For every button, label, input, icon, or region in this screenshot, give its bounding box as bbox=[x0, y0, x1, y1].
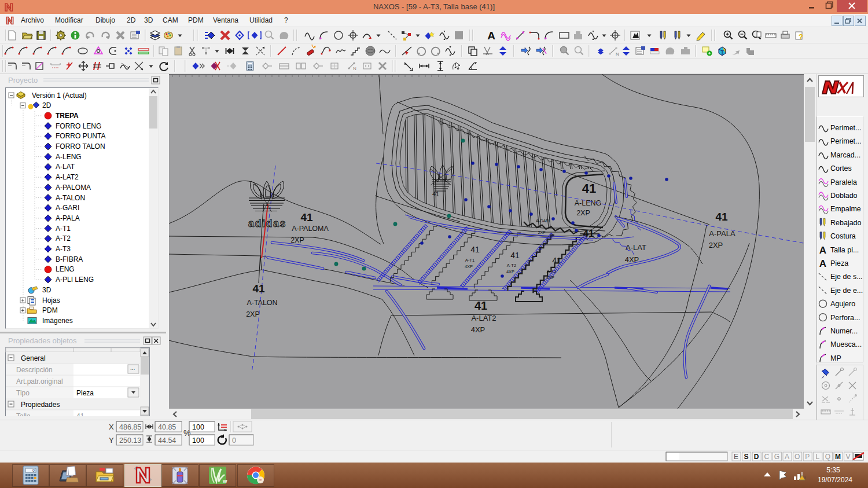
svg-text:A-GARI: A-GARI bbox=[56, 204, 79, 212]
svg-text:Talla: Talla bbox=[16, 412, 31, 417]
svg-text:LENG: LENG bbox=[56, 265, 75, 273]
svg-text:Costura: Costura bbox=[830, 232, 856, 240]
svg-text:41: 41 bbox=[582, 181, 596, 196]
svg-text:2XP: 2XP bbox=[290, 236, 304, 244]
svg-text:Muesca...: Muesca... bbox=[830, 340, 862, 348]
svg-text:41: 41 bbox=[76, 412, 84, 417]
svg-text:100: 100 bbox=[192, 423, 204, 431]
svg-text:4XP: 4XP bbox=[465, 264, 473, 269]
svg-text:D: D bbox=[754, 453, 759, 461]
svg-text:486.85: 486.85 bbox=[119, 423, 141, 431]
svg-text:A: A bbox=[819, 245, 826, 256]
svg-text:4XP: 4XP bbox=[471, 325, 486, 334]
svg-text:A-PALA: A-PALA bbox=[709, 229, 735, 238]
svg-text:Y: Y bbox=[109, 436, 114, 445]
svg-text:...: ... bbox=[130, 365, 135, 371]
svg-text:X: X bbox=[109, 423, 114, 431]
svg-text:O: O bbox=[795, 453, 800, 461]
svg-text:A: A bbox=[819, 258, 826, 269]
svg-text:41: 41 bbox=[510, 251, 520, 260]
svg-text:A-PLI LENG: A-PLI LENG bbox=[56, 276, 94, 284]
svg-text:S: S bbox=[744, 453, 749, 461]
svg-text:N: N bbox=[616, 52, 619, 57]
svg-text:Tipo: Tipo bbox=[16, 389, 30, 397]
svg-text:A-LAT2: A-LAT2 bbox=[56, 173, 79, 181]
svg-text:Versión 1 (Actual): Versión 1 (Actual) bbox=[32, 91, 87, 100]
svg-text:0: 0 bbox=[232, 436, 236, 445]
svg-text:A-TALON: A-TALON bbox=[56, 194, 85, 202]
svg-text:adidas: adidas bbox=[248, 218, 286, 229]
svg-text:A-GARI: A-GARI bbox=[536, 219, 550, 223]
svg-text:FORRO PUNTA: FORRO PUNTA bbox=[56, 132, 105, 140]
svg-text:M: M bbox=[835, 453, 841, 461]
svg-text:Rebajado: Rebajado bbox=[830, 219, 862, 227]
svg-text:Perfora...: Perfora... bbox=[830, 314, 860, 322]
svg-text:2XP: 2XP bbox=[246, 310, 260, 318]
svg-text:A-T3: A-T3 bbox=[547, 269, 556, 274]
svg-text:A-LAT: A-LAT bbox=[626, 243, 646, 252]
svg-text:2D: 2D bbox=[42, 101, 52, 109]
svg-text:Perimet...: Perimet... bbox=[830, 124, 862, 132]
svg-text:A-T2: A-T2 bbox=[507, 263, 516, 268]
svg-text:2XP: 2XP bbox=[538, 230, 546, 234]
svg-text:0: 0 bbox=[32, 468, 35, 472]
svg-text:Q: Q bbox=[825, 453, 830, 461]
svg-text:?: ? bbox=[799, 32, 803, 41]
svg-text:TREPA: TREPA bbox=[56, 112, 79, 120]
svg-text:41: 41 bbox=[715, 211, 728, 223]
svg-text:Imágenes: Imágenes bbox=[42, 317, 73, 325]
svg-text:Pieza: Pieza bbox=[76, 389, 94, 397]
svg-text:41: 41 bbox=[252, 282, 265, 295]
svg-text:4XP: 4XP bbox=[506, 269, 514, 274]
svg-text:41: 41 bbox=[475, 299, 487, 312]
svg-text:Art.patr.original: Art.patr.original bbox=[16, 377, 63, 386]
svg-text:250.13: 250.13 bbox=[119, 436, 141, 445]
svg-text:Eje de e...: Eje de e... bbox=[830, 287, 863, 295]
svg-text:Talla pi...: Talla pi... bbox=[830, 246, 859, 254]
svg-text:41: 41 bbox=[470, 245, 480, 254]
svg-text:44.54: 44.54 bbox=[158, 436, 176, 445]
svg-text:A-PALOMA: A-PALOMA bbox=[56, 184, 91, 192]
svg-text:Agujero: Agujero bbox=[830, 300, 855, 308]
svg-text:A-T2: A-T2 bbox=[56, 234, 71, 243]
svg-text:Numer...: Numer... bbox=[830, 327, 858, 335]
svg-text:Doblado: Doblado bbox=[830, 192, 858, 200]
svg-text:Empalme: Empalme bbox=[830, 205, 861, 213]
svg-text:!: ! bbox=[804, 476, 806, 480]
svg-text:A-TALON: A-TALON bbox=[247, 299, 277, 307]
svg-text:4XP: 4XP bbox=[546, 275, 554, 280]
svg-text:3D: 3D bbox=[42, 286, 52, 294]
svg-text:A-T3: A-T3 bbox=[56, 245, 71, 253]
svg-text:Marcad...: Marcad... bbox=[830, 151, 860, 159]
svg-text:A: A bbox=[487, 30, 495, 42]
svg-text:Descripción: Descripción bbox=[16, 366, 53, 374]
svg-text:100: 100 bbox=[192, 436, 204, 445]
svg-text:2XP: 2XP bbox=[709, 241, 723, 249]
svg-text:Cortes: Cortes bbox=[830, 164, 852, 173]
svg-text:C: C bbox=[764, 453, 769, 461]
svg-text:MP: MP bbox=[830, 354, 841, 362]
svg-text:41: 41 bbox=[300, 211, 313, 223]
svg-text:Propiedades: Propiedades bbox=[21, 401, 60, 409]
svg-text:A: A bbox=[785, 453, 789, 461]
svg-text:E: E bbox=[734, 453, 738, 461]
svg-text:A-LENG: A-LENG bbox=[56, 153, 82, 161]
svg-text:Eje de s...: Eje de s... bbox=[830, 273, 863, 281]
svg-text:W: W bbox=[223, 479, 227, 484]
svg-text:41: 41 bbox=[432, 190, 439, 197]
svg-text:L: L bbox=[815, 453, 819, 461]
svg-text:2XP: 2XP bbox=[576, 209, 590, 217]
svg-text:FORRO TALON: FORRO TALON bbox=[56, 142, 105, 151]
svg-text:A-T1: A-T1 bbox=[56, 225, 71, 233]
svg-text:General: General bbox=[21, 354, 46, 362]
svg-text:A-LAT2: A-LAT2 bbox=[471, 314, 496, 322]
svg-text:Pieza: Pieza bbox=[830, 259, 848, 267]
svg-text:A-PALA: A-PALA bbox=[56, 214, 80, 222]
svg-text:41: 41 bbox=[552, 256, 561, 265]
svg-text:A-PALOMA: A-PALOMA bbox=[292, 225, 329, 233]
svg-text:Perimet...: Perimet... bbox=[830, 137, 862, 145]
svg-text:A-LAT: A-LAT bbox=[56, 163, 75, 171]
svg-text:V: V bbox=[846, 453, 851, 461]
svg-text:A-T1: A-T1 bbox=[465, 258, 475, 263]
svg-text:40.85: 40.85 bbox=[158, 423, 176, 431]
